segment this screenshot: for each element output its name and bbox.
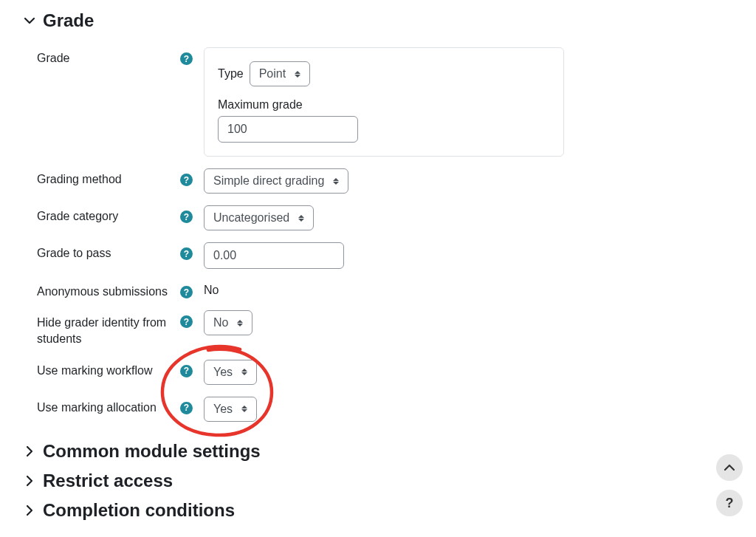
anonymous-value: No [204, 281, 732, 297]
question-icon: ? [726, 496, 734, 511]
anonymous-label: Anonymous submissions [37, 285, 168, 298]
section-toggle-grade[interactable]: Grade [24, 10, 732, 31]
help-icon-marking-workflow[interactable]: ? [180, 365, 193, 377]
help-icon-grade[interactable]: ? [180, 52, 193, 65]
grade-type-select[interactable]: Point [250, 61, 310, 86]
hide-grader-label: Hide grader identity from students [37, 315, 180, 348]
marking-allocation-label: Use marking allocation [37, 401, 157, 414]
marking-workflow-value: Yes [213, 366, 233, 379]
section-title-grade: Grade [43, 10, 94, 31]
hide-grader-select[interactable]: No [204, 310, 252, 335]
help-icon-grade-to-pass[interactable]: ? [180, 247, 193, 260]
updown-icon [241, 369, 247, 375]
floating-help-button[interactable]: ? [716, 490, 743, 516]
grade-max-label: Maximum grade [218, 98, 550, 112]
grade-panel: Type Point Maximum grade [204, 47, 564, 157]
grade-to-pass-input[interactable] [204, 242, 344, 269]
chevron-down-icon [24, 15, 35, 27]
marking-workflow-label: Use marking workflow [37, 364, 152, 377]
section-title-completion: Completion conditions [43, 500, 235, 521]
chevron-up-icon [724, 462, 735, 473]
section-title-common: Common module settings [43, 441, 261, 462]
updown-icon [333, 178, 339, 185]
section-toggle-restrict[interactable]: Restrict access [24, 471, 732, 491]
help-icon-marking-allocation[interactable]: ? [180, 402, 193, 414]
section-toggle-common[interactable]: Common module settings [24, 441, 732, 462]
marking-allocation-value: Yes [213, 403, 233, 416]
grade-max-input[interactable] [218, 116, 358, 143]
help-icon-grading-method[interactable]: ? [180, 174, 193, 186]
grade-category-value: Uncategorised [213, 211, 289, 225]
marking-workflow-select[interactable]: Yes [204, 360, 257, 385]
updown-icon [237, 320, 243, 326]
grade-to-pass-label: Grade to pass [37, 247, 111, 260]
help-icon-anonymous[interactable]: ? [180, 286, 193, 298]
grade-category-select[interactable]: Uncategorised [204, 205, 314, 230]
chevron-right-icon [24, 445, 35, 457]
grading-method-label: Grading method [37, 173, 122, 186]
chevron-right-icon [24, 475, 35, 487]
scroll-to-top-button[interactable] [716, 454, 743, 481]
updown-icon [241, 406, 247, 412]
section-toggle-completion[interactable]: Completion conditions [24, 500, 732, 521]
help-icon-grade-category[interactable]: ? [180, 211, 193, 223]
help-icon-hide-grader[interactable]: ? [180, 315, 193, 328]
updown-icon [295, 71, 300, 78]
updown-icon [298, 215, 304, 222]
marking-allocation-select[interactable]: Yes [204, 397, 257, 422]
grading-method-select[interactable]: Simple direct grading [204, 168, 348, 194]
grading-method-value: Simple direct grading [213, 174, 324, 188]
chevron-right-icon [24, 504, 35, 516]
section-title-restrict: Restrict access [43, 471, 173, 491]
grade-category-label: Grade category [37, 210, 118, 223]
hide-grader-value: No [213, 316, 228, 329]
grade-type-value: Point [259, 67, 286, 81]
grade-type-label: Type [218, 67, 244, 81]
grade-label: Grade [37, 52, 69, 65]
